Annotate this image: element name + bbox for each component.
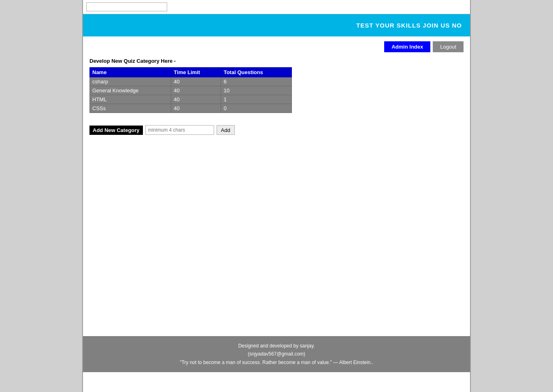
cell-time-limit: 40 [171,95,221,104]
cell-total-questions: 0 [221,104,292,113]
cell-name: HTML [90,95,171,104]
cell-name: CSSs [90,104,171,113]
logout-button[interactable]: Logout [433,41,464,52]
cell-name: General Knowledge [90,86,171,95]
table-row: csharp406 [90,77,292,86]
cell-time-limit: 40 [171,104,221,113]
page-heading: Develop New Quiz Category Here - [89,58,464,64]
banner: TEST YOUR SKILLS JOIN US NO [83,14,470,36]
footer: Designed and developed by sanjay. (snjya… [83,336,470,372]
footer-line2: (snjyadav567@gmail.com) [87,350,466,358]
cell-total-questions: 6 [221,77,292,86]
col-header-total-questions: Total Questions [221,68,292,77]
cell-total-questions: 1 [221,95,292,104]
cell-time-limit: 40 [171,86,221,95]
add-button[interactable]: Add [217,125,235,135]
add-category-section: Add New Category Add [89,125,464,135]
cell-total-questions: 10 [221,86,292,95]
top-search-input[interactable] [86,2,167,11]
footer-line3: "Try not to become a man of success. Rat… [87,358,466,366]
quiz-table: Name Time Limit Total Questions csharp40… [89,67,292,113]
cell-name: csharp [90,77,171,86]
main-content: Admin Index Logout Develop New Quiz Cate… [83,36,470,336]
table-row: HTML401 [90,95,292,104]
table-row: CSSs400 [90,104,292,113]
add-category-input[interactable] [145,125,214,135]
outer-wrapper: TEST YOUR SKILLS JOIN US NO Admin Index … [82,0,471,392]
col-header-name: Name [90,68,171,77]
top-input-bar [83,0,470,14]
nav-bar: Admin Index Logout [89,41,464,52]
cell-time-limit: 40 [171,77,221,86]
add-category-label: Add New Category [89,126,143,135]
admin-index-button[interactable]: Admin Index [384,41,430,52]
col-header-time-limit: Time Limit [171,68,221,77]
banner-text: TEST YOUR SKILLS JOIN US NO [356,22,462,29]
table-row: General Knowledge4010 [90,86,292,95]
footer-line1: Designed and developed by sanjay. [87,342,466,350]
